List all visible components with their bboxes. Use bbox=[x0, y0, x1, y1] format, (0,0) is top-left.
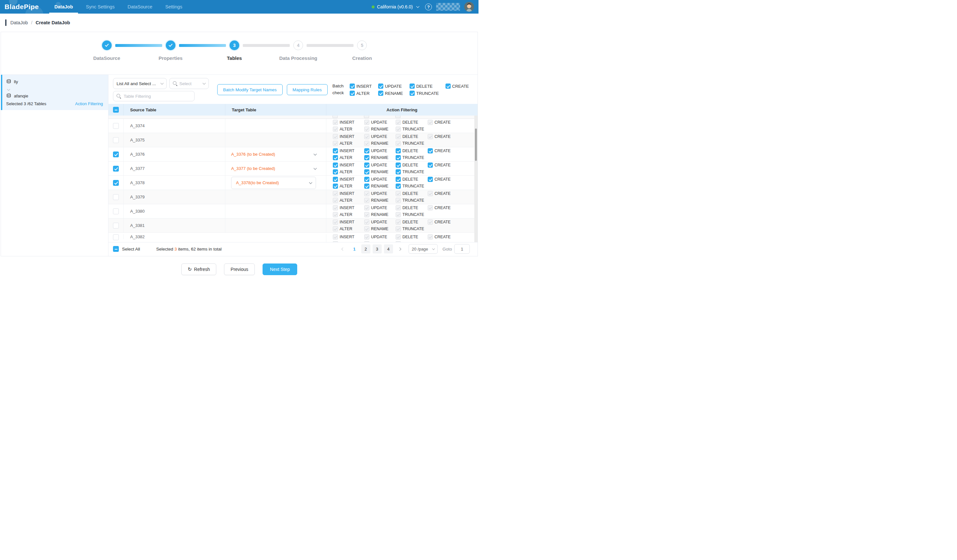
refresh-button[interactable]: ↻ Refresh bbox=[181, 263, 216, 275]
scrollbar-track[interactable] bbox=[474, 115, 477, 242]
target-table-value: A_3378(to be Created) bbox=[236, 180, 279, 185]
batch-checkbox-create[interactable] bbox=[445, 84, 451, 89]
batch-checkbox-insert[interactable] bbox=[350, 84, 355, 89]
table-row[interactable]: A_3377 A_3377 (to be Created) INSERTUPDA… bbox=[109, 161, 477, 176]
avatar[interactable] bbox=[464, 2, 474, 12]
action-filter-checkbox[interactable] bbox=[333, 148, 338, 153]
action-filter-checkbox[interactable] bbox=[364, 148, 370, 153]
nav-item-datasource[interactable]: DataSource bbox=[128, 0, 153, 14]
datasource-pair-item[interactable]: lly afanqie Selected 3 /62 Tables Acti bbox=[1, 75, 108, 110]
next-step-button[interactable]: Next Step bbox=[262, 263, 297, 275]
action-filter-label: TRUNCATE bbox=[403, 241, 424, 243]
row-select-checkbox[interactable] bbox=[113, 137, 119, 143]
batch-checkbox-rename[interactable] bbox=[378, 91, 383, 96]
environment-selector[interactable]: California (v0.6.0) bbox=[372, 4, 419, 9]
table-filter-input[interactable] bbox=[124, 94, 191, 99]
action-filter-label: DELETE bbox=[403, 205, 418, 210]
action-filter-checkbox bbox=[364, 241, 370, 243]
table-row[interactable]: A_3378 A_3378(to be Created) INSERTUPDAT… bbox=[109, 176, 477, 190]
page-button-1[interactable]: 1 bbox=[350, 245, 359, 254]
row-select-checkbox[interactable] bbox=[113, 194, 119, 200]
table-row[interactable]: A_3380 INSERTUPDATEDELETECREATEALTERRENA… bbox=[109, 204, 477, 219]
action-filter-checkbox[interactable] bbox=[364, 183, 370, 189]
table-row[interactable]: A_3376 A_3376 (to be Created) INSERTUPDA… bbox=[109, 147, 477, 161]
action-filter-item: INSERT bbox=[333, 162, 364, 168]
select-all-header-checkbox[interactable] bbox=[113, 107, 119, 113]
row-select-checkbox[interactable] bbox=[113, 123, 119, 129]
nav-item-settings[interactable]: Settings bbox=[166, 0, 182, 14]
next-page-button[interactable] bbox=[395, 245, 404, 254]
row-select-checkbox[interactable] bbox=[113, 223, 119, 229]
action-filter-item: UPDATE bbox=[364, 219, 396, 225]
action-filter-checkbox bbox=[333, 198, 338, 203]
action-filter-checkbox[interactable] bbox=[333, 183, 338, 189]
action-filter-label: INSERT bbox=[340, 205, 354, 210]
select-all-footer-checkbox[interactable] bbox=[113, 246, 119, 252]
action-filter-item: ALTER bbox=[333, 198, 364, 203]
page-button-3[interactable]: 3 bbox=[373, 245, 382, 254]
page-button-4[interactable]: 4 bbox=[384, 245, 393, 254]
action-filter-checkbox[interactable] bbox=[396, 177, 401, 182]
content: lly afanqie Selected 3 /62 Tables Acti bbox=[1, 75, 477, 256]
action-filter-checkbox[interactable] bbox=[428, 162, 433, 168]
row-select-checkbox[interactable] bbox=[113, 234, 119, 240]
action-filter-checkbox[interactable] bbox=[396, 169, 401, 175]
app-logo[interactable]: BladePipe bbox=[5, 3, 39, 11]
page-button-2[interactable]: 2 bbox=[361, 245, 370, 254]
target-table-select[interactable]: A_3378(to be Created) bbox=[231, 177, 316, 189]
row-select-checkbox[interactable] bbox=[113, 151, 119, 157]
target-table-cell: A_3376 (to be Created) bbox=[225, 147, 326, 161]
action-filter-checkbox[interactable] bbox=[333, 155, 338, 160]
batch-checkbox-alter[interactable] bbox=[350, 91, 355, 96]
goto-page-input[interactable] bbox=[454, 244, 470, 254]
action-filter-checkbox[interactable] bbox=[396, 148, 401, 153]
target-table-select[interactable]: A_3376 (to be Created) bbox=[231, 152, 326, 157]
action-filter-item: INSERT bbox=[333, 234, 364, 240]
action-filter-checkbox[interactable] bbox=[364, 169, 370, 175]
help-icon[interactable]: ? bbox=[425, 3, 432, 10]
clipped-checkbox bbox=[364, 115, 369, 118]
action-filter-checkbox[interactable] bbox=[428, 148, 433, 153]
action-filter-checkbox[interactable] bbox=[333, 162, 338, 168]
list-mode-select[interactable]: List All and Select ... bbox=[113, 78, 167, 89]
action-filter-checkbox[interactable] bbox=[396, 155, 401, 160]
mapping-rules-button[interactable]: Mapping Rules bbox=[287, 84, 328, 95]
row-select-checkbox[interactable] bbox=[113, 208, 119, 214]
batch-modify-target-names-button[interactable]: Batch Modify Target Names bbox=[217, 84, 283, 95]
nav-item-datajob[interactable]: DataJob bbox=[54, 0, 73, 14]
action-filter-checkbox[interactable] bbox=[364, 155, 370, 160]
batch-checkbox-truncate[interactable] bbox=[409, 91, 415, 96]
table-select-dropdown[interactable]: Select bbox=[169, 78, 209, 89]
page-size-value: 20 /page bbox=[412, 247, 428, 251]
previous-button[interactable]: Previous bbox=[224, 263, 254, 275]
row-select-checkbox[interactable] bbox=[113, 166, 119, 172]
action-filter-checkbox[interactable] bbox=[428, 177, 433, 182]
nav-item-sync-settings[interactable]: Sync Settings bbox=[86, 0, 115, 14]
table-row[interactable]: A_3381 INSERTUPDATEDELETECREATEALTERRENA… bbox=[109, 219, 477, 233]
action-filtering-link[interactable]: Action Filtering bbox=[75, 101, 103, 106]
action-filter-checkbox[interactable] bbox=[396, 183, 401, 189]
table-row[interactable]: A_3382 INSERTUPDATEDELETECREATEALTERRENA… bbox=[109, 233, 477, 243]
goto-label: Goto bbox=[442, 247, 452, 251]
breadcrumb-parent[interactable]: DataJob bbox=[10, 20, 28, 25]
action-filtering-cell: INSERTUPDATEDELETECREATEALTERRENAMETRUNC… bbox=[326, 219, 477, 232]
table-row[interactable]: A_3379 INSERTUPDATEDELETECREATEALTERRENA… bbox=[109, 190, 477, 204]
prev-page-button[interactable] bbox=[339, 245, 348, 254]
table-row[interactable]: A_3374 INSERTUPDATEDELETECREATEALTERRENA… bbox=[109, 119, 477, 133]
action-filter-checkbox bbox=[396, 141, 401, 146]
action-filter-checkbox[interactable] bbox=[333, 177, 338, 182]
scrollbar-thumb[interactable] bbox=[475, 128, 477, 161]
action-filter-checkbox[interactable] bbox=[333, 169, 338, 175]
table-row[interactable]: A_3375 INSERTUPDATEDELETECREATEALTERRENA… bbox=[109, 133, 477, 147]
target-table-select[interactable]: A_3377 (to be Created) bbox=[231, 166, 326, 171]
page-size-select[interactable]: 20 /page bbox=[409, 244, 438, 254]
action-filter-checkbox[interactable] bbox=[364, 162, 370, 168]
action-filter-checkbox[interactable] bbox=[364, 177, 370, 182]
action-filter-label: INSERT bbox=[340, 134, 354, 139]
action-filter-item: INSERT bbox=[333, 177, 364, 182]
row-select-checkbox[interactable] bbox=[113, 180, 119, 186]
batch-checkbox-update[interactable] bbox=[378, 84, 383, 89]
batch-checkbox-delete[interactable] bbox=[409, 84, 415, 89]
action-filter-checkbox[interactable] bbox=[396, 162, 401, 168]
action-filter-checkbox bbox=[333, 205, 338, 210]
